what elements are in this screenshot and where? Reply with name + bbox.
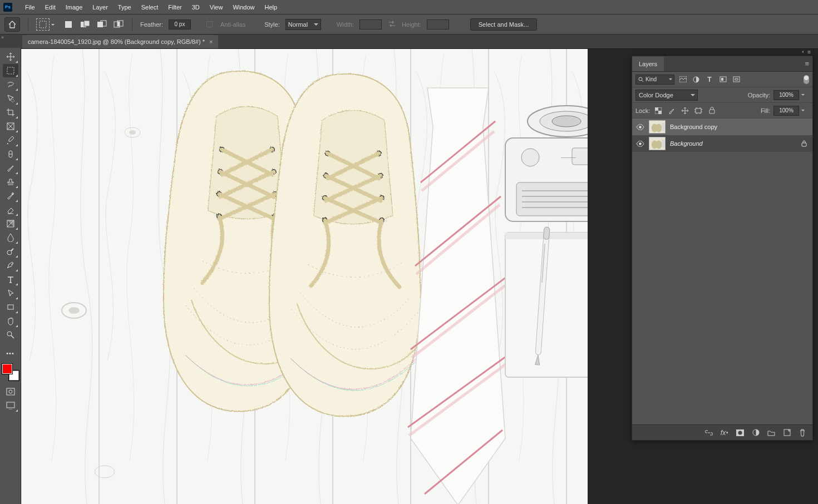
- lock-image-icon[interactable]: [667, 106, 677, 116]
- svg-rect-16: [8, 305, 13, 309]
- feather-input[interactable]: 0 px: [169, 19, 191, 29]
- menu-select[interactable]: Select: [136, 0, 164, 14]
- filter-adjust-icon[interactable]: [691, 75, 701, 85]
- svg-rect-55: [543, 227, 550, 240]
- svg-rect-8: [117, 22, 120, 26]
- zoom-tool[interactable]: [3, 328, 18, 342]
- home-button[interactable]: [4, 17, 20, 32]
- app-logo-icon: Ps: [3, 3, 12, 12]
- svg-rect-3: [84, 21, 90, 26]
- layer-row[interactable]: Background: [632, 135, 812, 152]
- link-layers-icon[interactable]: [704, 428, 713, 437]
- lasso-tool[interactable]: [3, 78, 18, 91]
- document-tab[interactable]: camera-1840054_1920.jpg @ 80% (Backgroun…: [22, 35, 218, 48]
- blend-opacity-row: Color Dodge Opacity: 100%: [632, 87, 812, 103]
- select-and-mask-button[interactable]: Select and Mask...: [470, 18, 538, 31]
- layer-thumbnail[interactable]: [649, 120, 666, 134]
- fill-input[interactable]: 100%: [773, 106, 799, 116]
- stamp-tool[interactable]: [3, 175, 18, 189]
- filter-type-dropdown[interactable]: Kind: [635, 75, 674, 85]
- style-dropdown[interactable]: Normal: [285, 19, 321, 30]
- history-brush-tool[interactable]: [3, 189, 18, 202]
- width-input: [359, 19, 382, 29]
- marquee-icon: [39, 21, 47, 28]
- frame-tool[interactable]: [3, 120, 18, 133]
- layer-style-icon[interactable]: fx▾: [720, 428, 729, 437]
- height-label: Height:: [402, 21, 421, 28]
- layer-name[interactable]: Background copy: [670, 123, 717, 130]
- layers-tab[interactable]: Layers: [632, 57, 664, 71]
- tools-panel: •••: [0, 48, 21, 504]
- close-tab-icon[interactable]: ×: [209, 35, 213, 48]
- eyedropper-tool[interactable]: [3, 134, 18, 147]
- layers-panel-footer: fx▾: [632, 424, 812, 440]
- menu-window[interactable]: Window: [228, 0, 259, 14]
- blend-mode-dropdown[interactable]: Color Dodge: [635, 90, 698, 101]
- subtract-selection-icon[interactable]: [96, 19, 107, 30]
- type-tool[interactable]: [3, 273, 18, 286]
- opacity-input[interactable]: 100%: [773, 90, 799, 100]
- pen-tool[interactable]: [3, 259, 18, 272]
- delete-layer-icon[interactable]: [798, 428, 807, 437]
- menu-file[interactable]: File: [20, 0, 40, 14]
- adjustment-layer-icon[interactable]: [751, 428, 760, 437]
- feather-label: Feather:: [140, 21, 163, 28]
- menu-layer[interactable]: Layer: [87, 0, 113, 14]
- svg-point-68: [639, 126, 641, 128]
- new-selection-icon[interactable]: [63, 19, 74, 30]
- intersect-selection-icon[interactable]: [113, 19, 124, 30]
- quick-mask-toggle[interactable]: [3, 385, 18, 398]
- move-tool[interactable]: [3, 50, 18, 63]
- group-icon[interactable]: [767, 428, 776, 437]
- menu-help[interactable]: Help: [260, 0, 283, 14]
- menu-view[interactable]: View: [205, 0, 228, 14]
- foreground-color-swatch[interactable]: [2, 364, 12, 374]
- filter-toggle[interactable]: [804, 75, 809, 84]
- menu-filter[interactable]: Filter: [163, 0, 186, 14]
- screen-mode-toggle[interactable]: [3, 399, 18, 412]
- layer-filter-row: Kind T: [632, 72, 812, 87]
- panel-menu-icon[interactable]: ≡: [805, 60, 809, 68]
- new-layer-icon[interactable]: [782, 428, 791, 437]
- gradient-tool[interactable]: [3, 217, 18, 230]
- marquee-tool[interactable]: [3, 64, 18, 77]
- opacity-label: Opacity:: [748, 92, 770, 98]
- menu-edit[interactable]: Edit: [40, 0, 61, 14]
- eraser-tool[interactable]: [3, 203, 18, 216]
- lock-transparency-icon[interactable]: [653, 106, 663, 116]
- lock-all-icon[interactable]: [707, 106, 717, 116]
- visibility-toggle-icon[interactable]: [635, 139, 644, 148]
- menu-3d[interactable]: 3D: [187, 0, 205, 14]
- filter-shape-icon[interactable]: [718, 75, 728, 85]
- crop-tool[interactable]: [3, 106, 18, 119]
- layer-name[interactable]: Background: [670, 140, 703, 147]
- hand-tool[interactable]: [3, 314, 18, 328]
- add-selection-icon[interactable]: [80, 19, 91, 30]
- color-swatches[interactable]: [2, 364, 19, 381]
- filter-type-icon[interactable]: T: [704, 75, 714, 85]
- brush-tool[interactable]: [3, 161, 18, 175]
- lock-artboard-icon[interactable]: [693, 106, 703, 116]
- menu-image[interactable]: Image: [61, 0, 88, 14]
- layer-row[interactable]: Background copy: [632, 118, 812, 135]
- svg-rect-48: [516, 182, 588, 216]
- dodge-tool[interactable]: [3, 245, 18, 258]
- layer-thumbnail[interactable]: [649, 137, 666, 150]
- layer-mask-icon[interactable]: [736, 428, 745, 437]
- document-canvas[interactable]: ———: [21, 49, 588, 504]
- healing-brush-tool[interactable]: [3, 147, 18, 161]
- edit-toolbar-icon[interactable]: •••: [3, 347, 18, 360]
- filter-smart-icon[interactable]: [731, 75, 741, 85]
- layer-list-empty-area[interactable]: [632, 152, 812, 424]
- canvas-image: ———: [21, 49, 588, 504]
- filter-pixel-icon[interactable]: [678, 75, 688, 85]
- blur-tool[interactable]: [3, 231, 18, 244]
- lock-position-icon[interactable]: [680, 106, 690, 116]
- expand-left-docks-icon[interactable]: [0, 34, 7, 42]
- quick-select-tool[interactable]: [3, 92, 18, 105]
- visibility-toggle-icon[interactable]: [635, 122, 644, 131]
- path-select-tool[interactable]: [3, 286, 18, 300]
- marquee-preset-dropdown[interactable]: [36, 18, 50, 31]
- rectangle-tool[interactable]: [3, 300, 18, 314]
- menu-type[interactable]: Type: [113, 0, 136, 14]
